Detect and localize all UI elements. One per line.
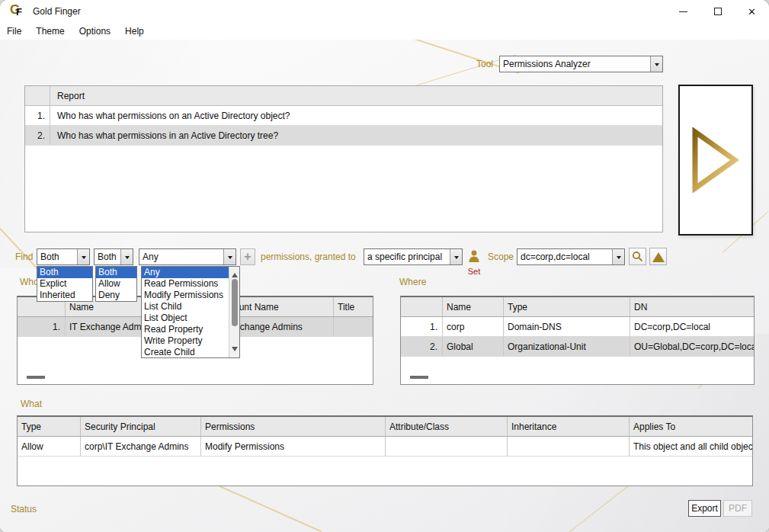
permission-type-options: Both Explict Inherited bbox=[37, 266, 93, 302]
menu-file[interactable]: File bbox=[7, 26, 21, 37]
scroll-down-icon[interactable] bbox=[232, 347, 238, 354]
who-col-title[interactable]: Title bbox=[334, 297, 373, 316]
what-col-type[interactable]: Type bbox=[18, 417, 81, 436]
dropdown-arrow-icon[interactable] bbox=[650, 56, 662, 72]
set-label: Set bbox=[466, 267, 482, 276]
option-list-object[interactable]: List Object bbox=[142, 312, 229, 324]
dropdown-arrow-icon[interactable] bbox=[612, 249, 624, 264]
access-type-select[interactable]: Both bbox=[94, 248, 133, 265]
where-label: Where bbox=[399, 277, 426, 287]
where-col-dn[interactable]: DN bbox=[630, 297, 754, 316]
option-both[interactable]: Both bbox=[96, 267, 136, 278]
report-row-selected[interactable]: 2. Who has what permissions in an Active… bbox=[25, 126, 662, 146]
scrollbar-thumb[interactable] bbox=[232, 279, 238, 326]
scope-select[interactable]: dc=corp,dc=local bbox=[517, 248, 625, 265]
what-col-permissions[interactable]: Permissions bbox=[201, 417, 386, 436]
title-bar: G F Gold Finger ✕ bbox=[0, 0, 769, 23]
option-allow[interactable]: Allow bbox=[96, 278, 136, 290]
scroll-up-icon[interactable] bbox=[232, 270, 238, 277]
pdf-button[interactable]: PDF bbox=[723, 500, 752, 517]
set-principal-button[interactable] bbox=[466, 247, 482, 265]
maximize-button[interactable] bbox=[700, 0, 735, 23]
dropdown-arrow-icon[interactable] bbox=[450, 249, 462, 264]
who-label: Who bbox=[20, 277, 39, 287]
set-principal-icon bbox=[468, 249, 480, 263]
what-table: Type Security Principal Permissions Attr… bbox=[17, 415, 753, 486]
dropdown-arrow-icon[interactable] bbox=[77, 249, 89, 264]
close-button[interactable]: ✕ bbox=[735, 0, 769, 23]
tool-label: Tool bbox=[476, 59, 493, 69]
option-list-child[interactable]: List Child bbox=[142, 301, 229, 312]
scope-search-button[interactable] bbox=[629, 248, 646, 265]
what-col-inheritance[interactable]: Inheritance bbox=[508, 417, 630, 436]
where-col-name[interactable]: Name bbox=[443, 297, 504, 316]
minimize-icon bbox=[679, 11, 687, 12]
search-icon bbox=[632, 251, 643, 262]
report-list: Report 1. Who has what permissions on an… bbox=[24, 85, 663, 232]
close-icon: ✕ bbox=[748, 7, 756, 17]
tool-select[interactable]: Permissions Analyzer bbox=[499, 56, 663, 72]
horizontal-scrollbar-thumb[interactable] bbox=[27, 376, 45, 379]
what-col-principal[interactable]: Security Principal bbox=[81, 417, 201, 436]
what-row[interactable]: Allow corp\IT Exchange Admins Modify Per… bbox=[18, 437, 752, 457]
option-read-property[interactable]: Read Property bbox=[142, 324, 229, 335]
granted-to-label: permissions, granted to bbox=[261, 252, 356, 262]
add-criteria-button[interactable]: ++ bbox=[240, 248, 255, 265]
menu-bar: File Theme Options Help bbox=[0, 23, 769, 40]
horizontal-scrollbar-thumb[interactable] bbox=[410, 376, 428, 379]
report-row[interactable]: 1. Who has what permissions on an Active… bbox=[25, 106, 662, 126]
option-inherited[interactable]: Inherited bbox=[37, 290, 92, 301]
option-write-property[interactable]: Write Property bbox=[142, 335, 229, 347]
app-window: G F Gold Finger ✕ File Theme Options Hel… bbox=[0, 0, 769, 532]
find-label: Find bbox=[15, 252, 33, 262]
main-area: Tool Permissions Analyzer Report 1. Who … bbox=[0, 40, 769, 532]
what-col-applies[interactable]: Applies To bbox=[630, 417, 752, 436]
what-label: What bbox=[21, 399, 42, 409]
tool-select-value: Permissions Analyzer bbox=[500, 56, 650, 72]
dropdown-scrollbar[interactable] bbox=[229, 267, 239, 357]
permission-options: Any Read Permissions Modify Permissions … bbox=[141, 266, 240, 358]
option-read-permissions[interactable]: Read Permissions bbox=[142, 278, 229, 290]
maximize-icon bbox=[714, 8, 722, 15]
scope-tree-button[interactable] bbox=[649, 248, 667, 265]
access-type-options: Both Allow Deny bbox=[95, 266, 137, 302]
option-create-child[interactable]: Create Child bbox=[142, 347, 229, 358]
what-col-attribute[interactable]: Attribute/Class bbox=[386, 417, 508, 436]
option-modify-permissions[interactable]: Modify Permissions bbox=[142, 290, 229, 301]
dropdown-arrow-icon[interactable] bbox=[120, 249, 133, 264]
permission-type-select[interactable]: Both bbox=[37, 248, 90, 265]
option-any[interactable]: Any bbox=[142, 267, 229, 278]
gold-finger-logo-icon: G F bbox=[10, 4, 30, 19]
dropdown-arrow-icon[interactable] bbox=[223, 249, 236, 264]
permission-select[interactable]: Any bbox=[139, 248, 236, 265]
option-explict[interactable]: Explict bbox=[37, 278, 92, 290]
where-col-type[interactable]: Type bbox=[504, 297, 630, 316]
scope-label: Scope bbox=[488, 252, 514, 262]
where-row-selected[interactable]: 2. Global Organizational-Unit OU=Global,… bbox=[401, 337, 754, 357]
where-table: Name Type DN 1. corp Domain-DNS DC=corp,… bbox=[400, 296, 755, 385]
run-report-button[interactable] bbox=[678, 85, 753, 236]
export-button[interactable]: Export bbox=[688, 500, 721, 517]
report-list-header: Report bbox=[25, 86, 662, 106]
report-column-header: Report bbox=[50, 86, 662, 105]
logo-letter-f: F bbox=[16, 6, 22, 18]
minimize-button[interactable] bbox=[666, 0, 700, 23]
run-report-icon bbox=[690, 127, 741, 193]
window-title: Gold Finger bbox=[33, 6, 81, 17]
menu-theme[interactable]: Theme bbox=[36, 26, 64, 37]
where-row[interactable]: 1. corp Domain-DNS DC=corp,DC=local bbox=[401, 317, 754, 337]
menu-options[interactable]: Options bbox=[79, 26, 111, 37]
principal-select[interactable]: a specific principal bbox=[364, 248, 463, 265]
option-deny[interactable]: Deny bbox=[96, 290, 136, 301]
scope-tree-icon bbox=[652, 246, 665, 262]
status-label: Status bbox=[11, 504, 37, 514]
menu-help[interactable]: Help bbox=[125, 26, 144, 37]
option-both[interactable]: Both bbox=[37, 267, 92, 278]
